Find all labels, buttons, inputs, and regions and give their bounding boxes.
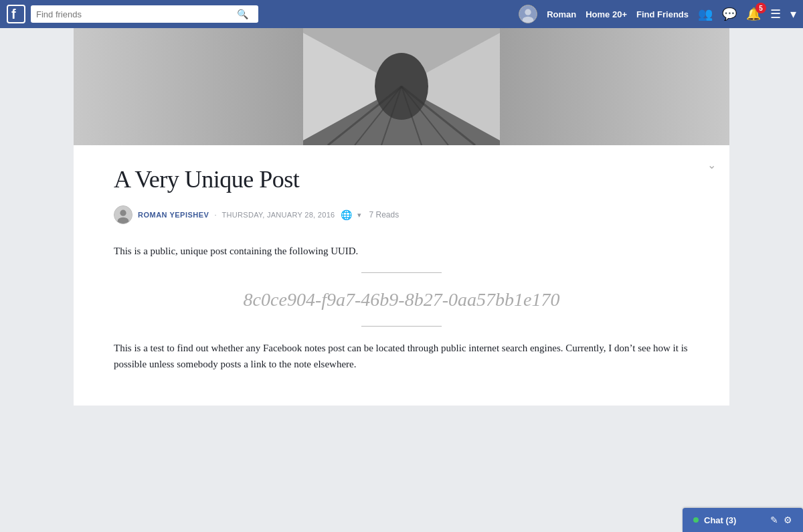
messages-icon[interactable]: 💬: [722, 7, 737, 21]
svg-point-20: [120, 210, 126, 216]
svg-text:f: f: [11, 7, 16, 21]
cover-image: [74, 28, 729, 145]
nav-username[interactable]: Roman: [547, 9, 576, 19]
article-uuid: 8c0ce904-f9a7-46b9-8b27-0aa57bb1e170: [114, 286, 689, 313]
page-wrapper: ⌄ A Very Unique Post ROMAN YEPISHEV · TH…: [0, 28, 803, 406]
dropdown-icon[interactable]: ▾: [790, 7, 796, 21]
facebook-logo[interactable]: f: [7, 5, 25, 23]
navbar: f 🔍 Roman Home 20+ Find Friends 👥 💬 🔔 5 …: [0, 0, 803, 28]
article-date: THURSDAY, JANUARY 28, 2016: [222, 211, 335, 219]
chat-online-dot: [693, 517, 699, 523]
svg-rect-16: [542, 35, 575, 139]
article-meta: ROMAN YEPISHEV · THURSDAY, JANUARY 28, 2…: [114, 205, 689, 224]
notification-badge: 5: [755, 3, 766, 13]
meta-separator: ·: [214, 211, 216, 219]
collapse-button[interactable]: ⌄: [707, 159, 716, 171]
nav-right: Roman Home 20+ Find Friends 👥 💬 🔔 5 ☰ ▾: [519, 5, 796, 23]
nav-find-friends[interactable]: Find Friends: [636, 9, 689, 19]
article-title: A Very Unique Post: [114, 165, 689, 193]
chat-icons: ✎ ⚙: [770, 515, 792, 525]
search-input[interactable]: [36, 9, 237, 19]
chat-bar[interactable]: Chat (3) ✎ ⚙: [683, 508, 803, 532]
content-area: ⌄ A Very Unique Post ROMAN YEPISHEV · TH…: [74, 28, 729, 406]
author-avatar[interactable]: [114, 205, 132, 224]
friends-icon[interactable]: 👥: [698, 7, 713, 21]
chat-edit-button[interactable]: ✎: [770, 515, 778, 525]
chat-settings-button[interactable]: ⚙: [784, 515, 792, 525]
search-button[interactable]: 🔍: [237, 9, 248, 19]
search-bar: 🔍: [31, 5, 258, 23]
reads-count: 7 Reads: [369, 210, 399, 219]
settings-menu-icon[interactable]: ☰: [770, 7, 781, 21]
article-body: This is a public, unique post containing…: [114, 243, 689, 372]
divider-top: [361, 272, 442, 273]
notifications-wrapper[interactable]: 🔔 5: [746, 7, 761, 21]
divider-bottom: [361, 326, 442, 327]
author-name[interactable]: ROMAN YEPISHEV: [138, 211, 209, 219]
svg-point-2: [525, 9, 531, 15]
nav-avatar[interactable]: [519, 5, 537, 23]
body-paragraph-2: This is a test to find out whether any F…: [114, 340, 689, 372]
article-area: ⌄ A Very Unique Post ROMAN YEPISHEV · TH…: [74, 145, 729, 406]
globe-icon[interactable]: 🌐: [341, 209, 352, 221]
audience-dropdown[interactable]: ▾: [357, 211, 361, 219]
body-paragraph-1: This is a public, unique post containing…: [114, 243, 689, 259]
nav-home[interactable]: Home 20+: [586, 9, 627, 19]
chat-label: Chat (3): [704, 515, 765, 525]
cover-image-inner: [74, 28, 729, 145]
